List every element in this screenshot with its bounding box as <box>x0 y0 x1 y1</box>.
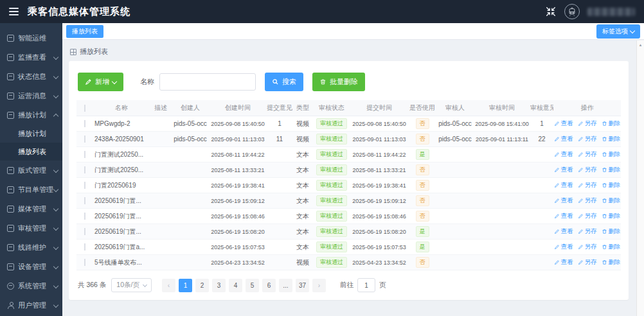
in-use-badge: 是 <box>416 226 429 237</box>
save-as-link[interactable]: 另存 <box>578 135 597 143</box>
row-checkbox[interactable] <box>84 243 85 250</box>
delete-link[interactable]: 删除 <box>602 119 621 128</box>
row-checkbox[interactable] <box>84 166 85 173</box>
trash-icon <box>602 259 607 265</box>
column-header: 类型 <box>292 103 313 112</box>
page-button[interactable]: 3 <box>212 279 226 292</box>
sidebar-item[interactable]: 监播查看 <box>0 48 62 67</box>
save-as-link[interactable]: 另存 <box>578 150 597 159</box>
row-checkbox[interactable] <box>84 197 85 204</box>
cell-created: 2025-06-19 15:09:12 <box>209 198 267 204</box>
delete-link[interactable]: 删除 <box>602 135 621 143</box>
add-button[interactable]: 新增 <box>78 73 123 91</box>
view-link[interactable]: 查看 <box>554 135 573 143</box>
goto-page-input[interactable] <box>357 278 375 292</box>
in-use-badge: 否 <box>416 164 429 175</box>
hamburger-menu-icon[interactable] <box>9 8 19 15</box>
cell-name: 20250619门置... <box>93 227 150 236</box>
delete-link[interactable]: 删除 <box>602 212 621 220</box>
save-as-link[interactable]: 另存 <box>578 119 597 128</box>
sidebar-item[interactable]: 审核管理 <box>0 218 62 238</box>
page-button[interactable]: ... <box>279 279 292 292</box>
sidebar-item[interactable]: 智能运维 <box>0 28 62 48</box>
audit-status-badge: 审核通过 <box>316 149 347 160</box>
next-page-button[interactable]: › <box>312 279 326 292</box>
sidebar-item[interactable]: 版式管理 <box>0 161 62 180</box>
cell-created: 2025-08-11 19:44:22 <box>209 152 267 158</box>
view-link[interactable]: 查看 <box>554 212 573 220</box>
delete-link[interactable]: 删除 <box>602 166 621 174</box>
delete-link[interactable]: 删除 <box>602 150 621 159</box>
sidebar-item[interactable]: 媒体管理 <box>0 199 62 218</box>
row-checkbox[interactable] <box>84 213 85 220</box>
view-link[interactable]: 查看 <box>554 227 573 236</box>
save-as-link[interactable]: 另存 <box>578 243 597 251</box>
page-button[interactable]: 4 <box>229 279 242 292</box>
tab-playlist[interactable]: 播放列表 <box>66 25 103 38</box>
exit-fullscreen-icon[interactable] <box>545 6 557 17</box>
view-link[interactable]: 查看 <box>554 150 573 159</box>
delete-link[interactable]: 删除 <box>602 181 621 189</box>
sidebar-item[interactable]: 状态信息 <box>0 67 62 86</box>
select-all-checkbox[interactable] <box>84 105 85 112</box>
pagination: 共 366 条 10条/页 ‹123456...37› 前往 页 <box>78 278 621 292</box>
sidebar-item[interactable]: 运营消息 <box>0 86 62 105</box>
user-avatar[interactable] <box>564 4 580 19</box>
delete-link[interactable]: 删除 <box>602 258 621 267</box>
chevron-down-icon <box>53 187 58 192</box>
cell-name: 20250619门置... <box>93 212 150 221</box>
save-as-link[interactable]: 另存 <box>578 227 597 236</box>
row-checkbox[interactable] <box>84 120 85 127</box>
sidebar-item[interactable]: 线路维护 <box>0 238 62 257</box>
row-checkbox[interactable] <box>84 136 85 143</box>
delete-link[interactable]: 删除 <box>602 243 621 251</box>
delete-link[interactable]: 删除 <box>602 227 621 236</box>
save-as-link[interactable]: 另存 <box>578 197 597 205</box>
page-button[interactable]: 37 <box>296 279 309 292</box>
cell-name: 门置测试20250... <box>93 150 150 159</box>
save-as-link[interactable]: 另存 <box>578 166 597 174</box>
row-checkbox[interactable] <box>84 228 85 235</box>
batch-delete-button[interactable]: 批量删除 <box>312 73 365 91</box>
sidebar-subitem[interactable]: 播放列表 <box>0 143 62 161</box>
cell-creator: pids-05-occ <box>172 120 209 127</box>
view-link[interactable]: 查看 <box>554 166 573 174</box>
row-checkbox[interactable] <box>84 182 85 189</box>
cell-submitted: 2025-06-19 15:08:20 <box>350 229 408 235</box>
prev-page-button[interactable]: ‹ <box>162 279 175 292</box>
name-search-input[interactable] <box>159 73 256 91</box>
save-as-link[interactable]: 另存 <box>578 258 597 267</box>
play-plan-icon <box>7 112 14 119</box>
delete-link[interactable]: 删除 <box>602 197 621 205</box>
view-link[interactable]: 查看 <box>554 197 573 205</box>
page-button[interactable]: 2 <box>195 279 209 292</box>
view-link[interactable]: 查看 <box>554 243 573 251</box>
content-area: 播放列表 新增 名称 搜索 <box>62 40 644 316</box>
page-size-select[interactable]: 10条/页 <box>111 278 152 292</box>
total-count: 共 366 条 <box>78 281 106 290</box>
view-link[interactable]: 查看 <box>554 119 573 128</box>
goto-suffix: 页 <box>379 281 386 290</box>
sidebar-item[interactable]: 用户管理 <box>0 295 62 315</box>
sidebar-item[interactable]: 播放计划 <box>0 105 62 125</box>
save-as-link[interactable]: 另存 <box>578 181 597 189</box>
sidebar-item[interactable]: 系统管理 <box>0 276 62 295</box>
search-button[interactable]: 搜索 <box>265 73 303 91</box>
page-button[interactable]: 1 <box>179 279 192 292</box>
user-name-redacted[interactable] <box>587 8 635 16</box>
tag-options-button[interactable]: 标签选项 <box>596 24 640 39</box>
page-button[interactable]: 5 <box>246 279 259 292</box>
audit-status-badge: 审核通过 <box>316 164 347 175</box>
view-link[interactable]: 查看 <box>554 258 573 267</box>
save-as-link[interactable]: 另存 <box>578 212 597 220</box>
column-header: 描述 <box>150 103 172 112</box>
scrollbar[interactable]: ▲ <box>636 40 644 316</box>
sidebar-subitem[interactable]: 播放计划 <box>0 125 62 143</box>
cell-type: 视频 <box>292 119 313 128</box>
row-checkbox[interactable] <box>84 151 85 158</box>
sidebar-item[interactable]: 设备管理 <box>0 257 62 276</box>
sidebar-item[interactable]: 节目单管理 <box>0 180 62 199</box>
view-link[interactable]: 查看 <box>554 181 573 189</box>
row-checkbox[interactable] <box>84 259 85 266</box>
page-button[interactable]: 6 <box>262 279 276 292</box>
